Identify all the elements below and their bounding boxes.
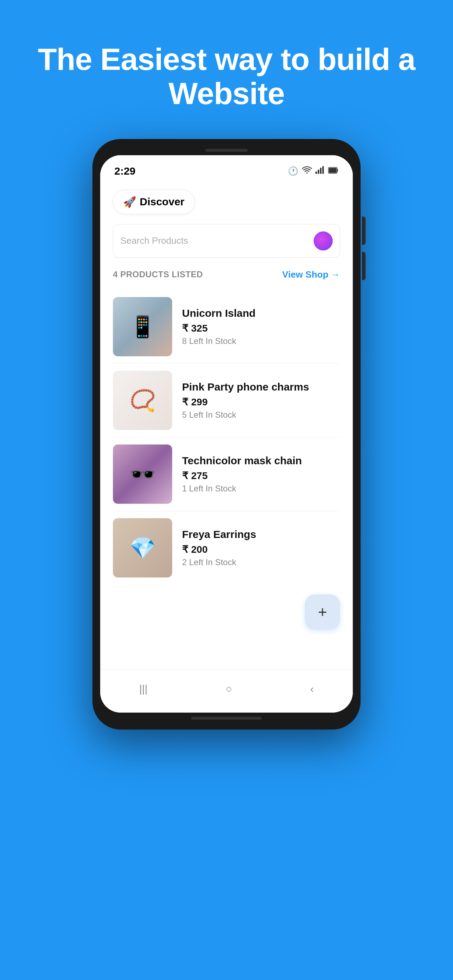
recents-nav-icon[interactable]: ||| (125, 679, 162, 698)
product-image-unicorn (113, 297, 172, 356)
top-speaker (205, 149, 248, 152)
phone-mockup: 2:29 🕐 (92, 139, 361, 730)
product-price: ₹ 200 (182, 544, 340, 555)
product-stock: 8 Left In Stock (182, 336, 340, 346)
status-time: 2:29 (114, 165, 135, 177)
view-shop-link[interactable]: View Shop → (282, 269, 340, 280)
status-bar: 2:29 🕐 (100, 155, 353, 183)
product-stock: 1 Left In Stock (182, 484, 340, 493)
clock-icon: 🕐 (288, 166, 299, 176)
svg-rect-1 (315, 172, 317, 174)
back-nav-icon[interactable]: ‹ (296, 679, 328, 698)
shop-avatar (314, 231, 333, 250)
discover-pill[interactable]: 🚀 Discover (113, 190, 195, 214)
fab-container: + (113, 585, 340, 641)
battery-icon (328, 166, 339, 176)
wifi-icon (302, 166, 312, 176)
svg-rect-6 (329, 168, 337, 173)
product-price: ₹ 275 (182, 470, 340, 482)
svg-rect-2 (318, 170, 319, 174)
product-info: Unicorn Island ₹ 325 8 Left In Stock (182, 307, 340, 346)
product-stock: 5 Left In Stock (182, 410, 340, 420)
product-image-pink-party (113, 371, 172, 430)
product-info: Pink Party phone charms ₹ 299 5 Left In … (182, 381, 340, 420)
hero-title: The Easiest way to build a Website (0, 0, 453, 139)
products-header: 4 PRODUCTS LISTED View Shop → (113, 269, 340, 280)
shop-avatar-image (314, 231, 333, 250)
product-item[interactable]: Pink Party phone charms ₹ 299 5 Left In … (113, 364, 340, 438)
home-nav-icon[interactable]: ○ (212, 679, 246, 698)
bottom-nav: ||| ○ ‹ (100, 669, 353, 713)
product-image-technicolor (113, 444, 172, 504)
plus-icon: + (318, 603, 327, 621)
signal-icon (315, 166, 324, 176)
product-price: ₹ 325 (182, 323, 340, 334)
product-stock: 2 Left In Stock (182, 557, 340, 567)
product-item[interactable]: Freya Earrings ₹ 200 2 Left In Stock (113, 511, 340, 585)
bottom-speaker (191, 717, 262, 720)
product-name: Freya Earrings (182, 528, 340, 541)
rocket-icon: 🚀 (123, 196, 136, 208)
phone-frame: 2:29 🕐 (92, 139, 361, 730)
product-price: ₹ 299 (182, 396, 340, 408)
products-count: 4 PRODUCTS LISTED (113, 269, 203, 279)
product-name: Technicolor mask chain (182, 454, 340, 467)
svg-rect-4 (323, 166, 324, 174)
product-name: Pink Party phone charms (182, 381, 340, 393)
discover-label: Discover (140, 196, 184, 208)
search-placeholder: Search Products (120, 235, 314, 246)
product-image-freya (113, 518, 172, 578)
app-content: 🚀 Discover Search Products 4 PRODUCTS LI… (100, 183, 353, 669)
product-info: Freya Earrings ₹ 200 2 Left In Stock (182, 528, 340, 567)
status-icons-group: 🕐 (288, 166, 339, 176)
product-list: Unicorn Island ₹ 325 8 Left In Stock Pin… (113, 290, 340, 585)
product-item[interactable]: Unicorn Island ₹ 325 8 Left In Stock (113, 290, 340, 364)
product-name: Unicorn Island (182, 307, 340, 320)
svg-point-0 (306, 172, 308, 173)
product-item[interactable]: Technicolor mask chain ₹ 275 1 Left In S… (113, 438, 340, 511)
product-info: Technicolor mask chain ₹ 275 1 Left In S… (182, 454, 340, 493)
add-fab-button[interactable]: + (305, 594, 340, 630)
svg-rect-3 (320, 167, 321, 173)
phone-screen: 2:29 🕐 (100, 155, 353, 713)
search-bar[interactable]: Search Products (113, 224, 340, 258)
